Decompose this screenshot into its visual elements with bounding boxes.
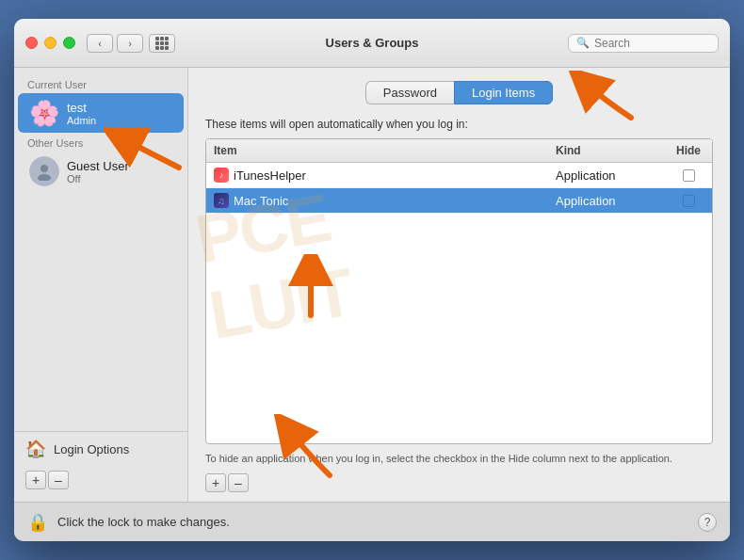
- grid-icon: [155, 37, 169, 50]
- test-user-name: test: [67, 101, 96, 115]
- row2-item-name: Mac Tonic: [234, 194, 288, 208]
- guest-user-role: Off: [67, 173, 129, 184]
- close-button[interactable]: [25, 37, 38, 49]
- main-panel: Password Login Items These items will op…: [188, 68, 730, 502]
- window-title: Users & Groups: [326, 36, 419, 50]
- bottom-bar: 🔒 Click the lock to make changes. ?: [14, 502, 730, 541]
- sidebar-item-test[interactable]: 🌸 test Admin: [18, 93, 184, 133]
- avatar-test: 🌸: [29, 98, 59, 128]
- description-text: These items will open automatically when…: [205, 118, 713, 131]
- items-table: Item Kind Hide ♪ iTunesHelper Applicatio…: [205, 138, 713, 444]
- col-header-kind: Kind: [552, 142, 665, 159]
- flower-icon: 🌸: [29, 99, 59, 128]
- row1-item-name: iTunesHelper: [234, 168, 306, 183]
- row2-hide-cell: [665, 195, 712, 207]
- person-icon: [29, 156, 59, 186]
- other-users-label: Other Users: [14, 134, 187, 151]
- minimize-button[interactable]: [44, 37, 57, 49]
- row2-hide-checkbox[interactable]: [683, 195, 695, 207]
- forward-button[interactable]: ›: [117, 34, 143, 53]
- add-item-button[interactable]: +: [205, 473, 226, 492]
- content-area: Current User 🌸 test Admin Other Users: [14, 68, 730, 502]
- sidebar-item-test-info: test Admin: [67, 101, 96, 126]
- row1-kind-cell: Application: [552, 167, 665, 184]
- search-bar: 🔍: [568, 34, 719, 53]
- lock-text: Click the lock to make changes.: [57, 515, 688, 529]
- sidebar-item-guest-info: Guest User Off: [67, 159, 129, 184]
- svg-point-1: [38, 174, 51, 181]
- table-header: Item Kind Hide: [206, 139, 712, 163]
- table-row[interactable]: ♫ Mac Tonic Application: [206, 188, 712, 214]
- sidebar-bottom-controls: + –: [14, 466, 187, 494]
- maximize-button[interactable]: [63, 37, 75, 49]
- row1-hide-cell: [665, 169, 712, 182]
- add-remove-buttons: + –: [205, 473, 713, 492]
- search-icon: 🔍: [576, 37, 590, 49]
- guest-user-name: Guest User: [67, 159, 129, 173]
- titlebar: ‹ › Users & Groups 🔍: [14, 19, 730, 68]
- itunes-icon: ♪: [214, 168, 229, 183]
- sidebar-remove-button[interactable]: –: [48, 471, 69, 489]
- row2-item-cell: ♫ Mac Tonic: [206, 191, 552, 210]
- login-options-row[interactable]: 🏠 Login Options: [14, 431, 187, 466]
- lock-icon: 🔒: [27, 512, 48, 533]
- back-button[interactable]: ‹: [87, 34, 113, 53]
- tab-login-items[interactable]: Login Items: [454, 81, 553, 104]
- table-row[interactable]: ♪ iTunesHelper Application: [206, 163, 712, 188]
- col-header-hide: Hide: [665, 142, 712, 159]
- current-user-label: Current User: [14, 75, 187, 92]
- traffic-lights: [25, 37, 75, 49]
- remove-item-button[interactable]: –: [228, 473, 249, 492]
- row1-item-cell: ♪ iTunesHelper: [206, 166, 552, 184]
- house-icon: 🏠: [25, 439, 46, 459]
- table-body: ♪ iTunesHelper Application ♫ Mac Tonic: [206, 163, 712, 443]
- login-options-label: Login Options: [54, 442, 129, 456]
- tab-password[interactable]: Password: [365, 81, 454, 104]
- svg-point-0: [40, 165, 48, 172]
- row1-hide-checkbox[interactable]: [683, 169, 695, 182]
- mactonic-icon: ♫: [214, 193, 229, 208]
- test-user-role: Admin: [67, 115, 96, 126]
- row2-kind-cell: Application: [552, 192, 665, 210]
- sidebar: Current User 🌸 test Admin Other Users: [14, 68, 188, 502]
- search-input[interactable]: [594, 37, 707, 50]
- avatar-guest: [29, 156, 59, 186]
- help-button[interactable]: ?: [698, 513, 717, 532]
- tab-bar: Password Login Items: [205, 81, 713, 104]
- sidebar-add-button[interactable]: +: [25, 471, 46, 489]
- col-header-item: Item: [206, 142, 552, 159]
- sidebar-item-guest[interactable]: Guest User Off: [18, 152, 184, 191]
- footer-note: To hide an application when you log in, …: [205, 452, 713, 466]
- grid-button[interactable]: [149, 34, 175, 53]
- nav-buttons: ‹ ›: [87, 34, 143, 53]
